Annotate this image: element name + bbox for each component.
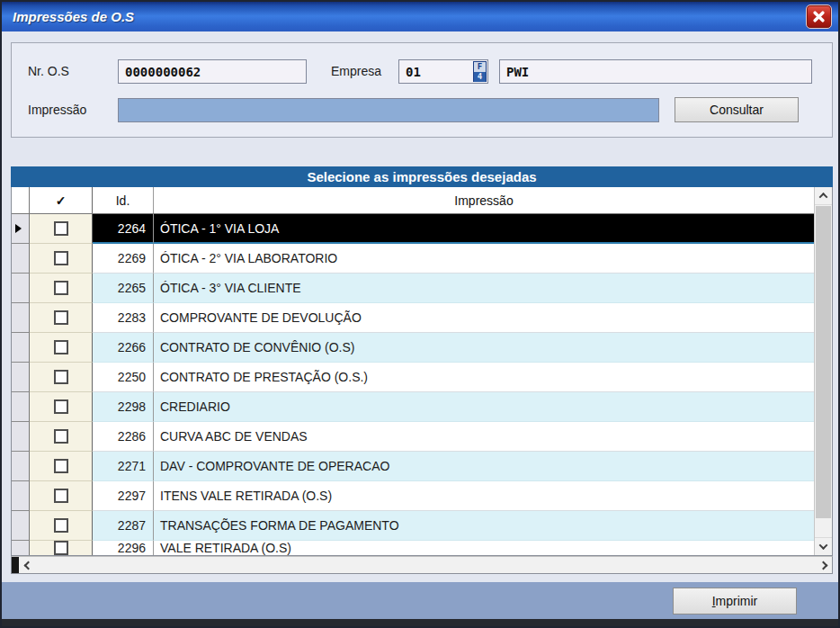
row-id-cell: 2269 [93, 244, 154, 274]
row-id-cell: 2283 [93, 303, 154, 333]
chevron-down-icon [819, 541, 828, 550]
impressao-column-header: Impressão [154, 187, 814, 213]
footer-bar: Imprimir [2, 582, 838, 619]
row-check-cell [30, 392, 93, 422]
table-row[interactable]: 2265 ÓTICA - 3° VIA CLIENTE [12, 274, 814, 303]
row-check-cell [30, 363, 93, 392]
imprimir-label-rest: mprimir [716, 594, 758, 608]
window-bottom-edge [2, 619, 838, 626]
row-selector-cell [12, 452, 30, 481]
row-selector-cell [12, 363, 30, 392]
row-id-cell: 2297 [93, 481, 154, 511]
row-check-cell [30, 481, 93, 511]
row-checkbox[interactable] [54, 221, 68, 236]
chevron-up-icon [819, 193, 828, 202]
row-impressao-cell: DAV - COMPROVANTE DE OPERACAO [154, 452, 814, 481]
check-column-header: ✓ [30, 187, 93, 213]
impressao-label: Impressão [28, 103, 86, 117]
selector-column-header [12, 187, 30, 213]
scroll-right-button[interactable] [814, 557, 832, 573]
table-row[interactable]: 2286 CURVA ABC DE VENDAS [12, 422, 814, 452]
empresa-code-value: 01 [406, 65, 421, 79]
vertical-scrollbar-thumb[interactable] [816, 206, 831, 518]
row-checkbox[interactable] [54, 340, 68, 354]
row-selector-cell [12, 214, 30, 244]
row-impressao-cell: ITENS VALE RETIRADA (O.S) [154, 481, 814, 511]
row-selector-cell [12, 333, 30, 363]
vertical-scrollbar[interactable] [814, 187, 832, 555]
row-selector-arrow-icon [15, 224, 22, 233]
row-checkbox[interactable] [54, 459, 68, 473]
empresa-name-field[interactable]: PWI [499, 59, 812, 84]
table-row[interactable]: 2271 DAV - COMPROVANTE DE OPERACAO [12, 452, 814, 481]
row-selector-cell [12, 481, 30, 511]
row-checkbox[interactable] [54, 541, 68, 555]
row-check-cell [30, 541, 93, 556]
row-checkbox[interactable] [54, 370, 68, 384]
table-row[interactable]: 2269 ÓTICA - 2° VIA LABORATORIO [12, 244, 814, 274]
scroll-left-button[interactable] [19, 557, 37, 573]
row-checkbox[interactable] [54, 281, 68, 295]
row-impressao-cell: ÓTICA - 2° VIA LABORATORIO [154, 244, 814, 274]
row-id-cell: 2287 [93, 511, 154, 541]
table-row[interactable]: 2296 VALE RETIRADA (O.S) [12, 541, 814, 556]
row-check-cell [30, 333, 93, 363]
row-id-cell: 2286 [93, 422, 154, 452]
scroll-up-button[interactable] [815, 187, 832, 205]
row-check-cell [30, 303, 93, 333]
horizontal-scrollbar-track[interactable] [37, 557, 814, 573]
row-checkbox[interactable] [54, 251, 68, 265]
empresa-code-field[interactable]: 01 F 4 [398, 59, 488, 84]
impressoes-os-dialog: Impressões de O.S Nr. O.S 0000000062 Emp… [0, 0, 840, 628]
row-check-cell [30, 274, 93, 303]
table-row[interactable]: 2264 ÓTICA - 1° VIA LOJA [12, 214, 814, 244]
row-id-cell: 2266 [93, 333, 154, 363]
table-row[interactable]: 2283 COMPROVANTE DE DEVOLUÇÃO [12, 303, 814, 333]
nr-os-field[interactable]: 0000000062 [118, 59, 307, 84]
close-button[interactable] [806, 4, 832, 29]
section-title: Selecione as impressões desejadas [307, 169, 536, 184]
row-checkbox[interactable] [54, 518, 68, 533]
row-checkbox[interactable] [54, 429, 68, 444]
section-header: Selecione as impressões desejadas [11, 166, 833, 187]
row-checkbox[interactable] [54, 489, 68, 503]
consultar-button[interactable]: Consultar [675, 97, 799, 122]
row-id-cell: 2296 [93, 541, 154, 556]
scroll-down-button[interactable] [815, 537, 832, 555]
f4-key-label-top: F [474, 62, 486, 72]
scrollbar-corner-block [12, 557, 19, 573]
row-impressao-cell: CONTRATO DE CONVÊNIO (O.S) [154, 333, 814, 363]
row-id-cell: 2250 [93, 363, 154, 392]
row-impressao-cell: CONTRATO DE PRESTAÇÃO (O.S.) [154, 363, 814, 392]
row-selector-cell [12, 274, 30, 303]
row-check-cell [30, 422, 93, 452]
f4-key-label-bottom: 4 [474, 72, 486, 82]
table-row[interactable]: 2250 CONTRATO DE PRESTAÇÃO (O.S.) [12, 363, 814, 392]
row-impressao-cell: CURVA ABC DE VENDAS [154, 422, 814, 452]
row-checkbox[interactable] [54, 310, 68, 325]
horizontal-scrollbar[interactable] [11, 556, 833, 574]
grid-content: ✓ Id. Impressão 2264 ÓTICA - 1° VIA LOJA… [12, 187, 814, 555]
grid-header-row: ✓ Id. Impressão [12, 187, 814, 214]
row-checkbox[interactable] [54, 399, 68, 414]
row-selector-cell [12, 511, 30, 541]
table-row[interactable]: 2266 CONTRATO DE CONVÊNIO (O.S) [12, 333, 814, 363]
title-bar: Impressões de O.S [2, 2, 838, 31]
table-row[interactable]: 2298 CREDIARIO [12, 392, 814, 422]
chevron-left-icon [23, 561, 32, 570]
row-impressao-cell: TRANSAÇÕES FORMA DE PAGAMENTO [154, 511, 814, 541]
table-row[interactable]: 2287 TRANSAÇÕES FORMA DE PAGAMENTO [12, 511, 814, 541]
row-selector-cell [12, 541, 30, 556]
table-row[interactable]: 2297 ITENS VALE RETIRADA (O.S) [12, 481, 814, 511]
row-selector-cell [12, 244, 30, 274]
imprimir-button[interactable]: Imprimir [673, 588, 797, 615]
row-id-cell: 2264 [93, 214, 154, 244]
empresa-f4-lookup-button[interactable]: F 4 [473, 61, 487, 82]
impressao-search-field[interactable] [118, 98, 659, 122]
nr-os-label: Nr. O.S [28, 64, 69, 78]
row-id-cell: 2271 [93, 452, 154, 481]
row-check-cell [30, 452, 93, 481]
close-icon [813, 11, 825, 22]
row-selector-cell [12, 422, 30, 452]
id-column-header: Id. [93, 187, 154, 213]
